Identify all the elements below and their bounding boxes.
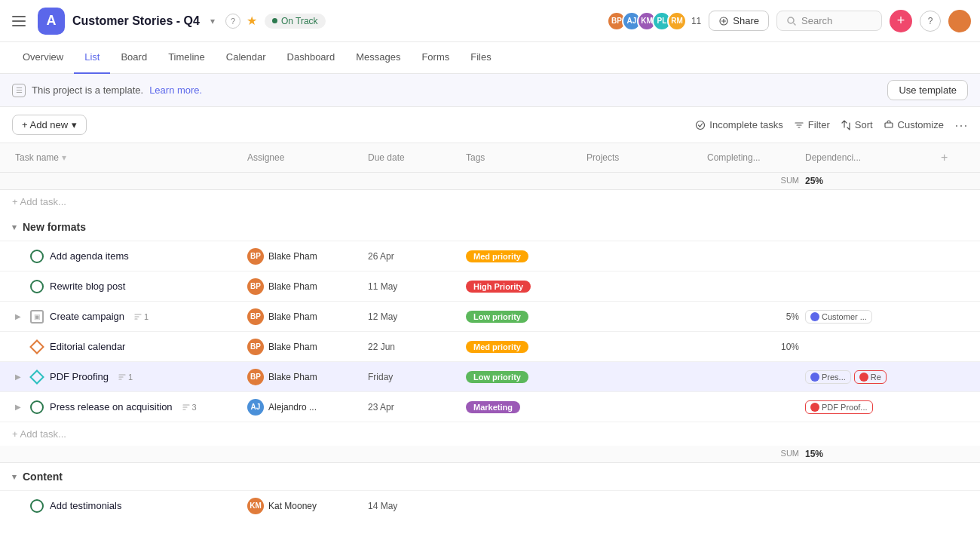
add-new-chevron-icon: ▾: [72, 119, 77, 130]
subtask-badge: 3: [182, 403, 197, 412]
task-status-icon[interactable]: [30, 250, 44, 263]
task-status-icon[interactable]: [30, 340, 44, 354]
col-dependencies: Dependenci...: [802, 148, 938, 167]
assignee-avatar: KM: [247, 498, 264, 514]
customize-label: Customize: [898, 119, 944, 130]
help-button[interactable]: ?: [920, 11, 941, 32]
task-name: Press release on acquisition: [50, 401, 173, 413]
tag-badge: High Priority: [466, 281, 531, 293]
tab-board[interactable]: Board: [110, 42, 158, 74]
expand-icon[interactable]: [12, 500, 24, 512]
col-add[interactable]: +: [938, 146, 968, 169]
use-template-button[interactable]: Use template: [887, 80, 968, 100]
tab-timeline[interactable]: Timeline: [158, 42, 216, 74]
dep-cell: PDF Proof...: [802, 400, 938, 414]
add-button[interactable]: +: [890, 10, 912, 32]
add-task-above[interactable]: + Add task...: [0, 190, 980, 213]
col-sort-icon[interactable]: ▾: [62, 152, 66, 163]
incomplete-tasks-filter[interactable]: Incomplete tasks: [695, 119, 783, 130]
expand-icon[interactable]: [12, 250, 24, 262]
tab-files[interactable]: Files: [460, 42, 501, 74]
tab-forms[interactable]: Forms: [411, 42, 460, 74]
tab-calendar[interactable]: Calendar: [216, 42, 277, 74]
more-options-button[interactable]: ⋯: [954, 117, 968, 133]
title-icons: ? ★: [225, 14, 257, 29]
dependency-badge: Customer ...: [805, 310, 872, 324]
assignee-name: Alejandro ...: [268, 402, 317, 413]
tag-badge: Low priority: [466, 311, 528, 323]
search-box[interactable]: Search: [776, 11, 882, 31]
tab-overview[interactable]: Overview: [12, 42, 74, 74]
tag-cell: High Priority: [463, 281, 583, 293]
svg-rect-2: [885, 123, 893, 127]
task-status-icon[interactable]: [30, 499, 44, 513]
banner-text: This project is a template.: [32, 84, 143, 96]
share-button[interactable]: Share: [709, 11, 769, 31]
expand-icon[interactable]: ▶: [12, 401, 24, 413]
expand-icon[interactable]: ▶: [12, 311, 24, 323]
user-avatar[interactable]: [948, 10, 971, 32]
add-task-new-formats[interactable]: + Add task...: [0, 422, 980, 446]
section-new-formats[interactable]: ▾ New formats: [0, 213, 980, 241]
tab-list[interactable]: List: [74, 42, 110, 74]
task-status-icon[interactable]: [30, 400, 44, 414]
sub-nav: Overview List Board Timeline Calendar Da…: [0, 42, 980, 74]
task-row[interactable]: ▶ ▣ Create campaign 1 BP Blake Pham 12 M…: [0, 302, 980, 332]
task-status-icon[interactable]: [30, 370, 44, 384]
star-icon[interactable]: ★: [247, 14, 257, 28]
subtask-badge: 1: [133, 312, 149, 321]
task-row[interactable]: ▶ PDF Proofing 1 BP Blake Pham Friday Lo…: [0, 362, 980, 392]
add-new-label: + Add new: [22, 119, 68, 130]
on-track-label: On Track: [281, 16, 318, 26]
app-icon: A: [38, 8, 65, 35]
help-circle-icon[interactable]: ?: [225, 14, 240, 29]
customize-button[interactable]: Customize: [884, 119, 944, 130]
tab-dashboard[interactable]: Dashboard: [277, 42, 346, 74]
top-bar: A Customer Stories - Q4 ▾ ? ★ On Track B…: [0, 0, 980, 42]
task-status-icon[interactable]: [30, 280, 44, 293]
section-content[interactable]: ▾ Content: [0, 463, 980, 491]
task-status-icon[interactable]: ▣: [30, 310, 44, 324]
assignee-avatar: AJ: [247, 399, 264, 416]
menu-icon[interactable]: [9, 11, 30, 32]
on-track-dot: [272, 18, 277, 23]
tag-cell: Marketing: [463, 401, 583, 413]
svg-point-1: [697, 121, 705, 129]
assignee-avatar: BP: [247, 369, 264, 385]
assignee-name: Kat Mooney: [268, 501, 317, 511]
tag-cell: Med priority: [463, 341, 583, 353]
sum-label: SUM: [704, 449, 802, 459]
task-row[interactable]: ▶ Press release on acquisition 3 AJ Alej…: [0, 392, 980, 422]
task-name-cell: Add agenda items: [12, 245, 244, 268]
expand-icon[interactable]: [12, 281, 24, 293]
dep-cell: Pres... Re: [802, 370, 938, 384]
task-row[interactable]: Add testimonials KM Kat Mooney 14 May: [0, 491, 980, 519]
add-new-button[interactable]: + Add new ▾: [12, 115, 87, 135]
expand-icon[interactable]: [12, 341, 24, 353]
due-date: 23 Apr: [365, 402, 463, 413]
dependency-badge: PDF Proof...: [805, 400, 873, 414]
task-row[interactable]: Rewrite blog post BP Blake Pham 11 May H…: [0, 271, 980, 302]
assignee-name: Blake Pham: [268, 281, 317, 292]
task-row[interactable]: Add agenda items BP Blake Pham 26 Apr Me…: [0, 241, 980, 271]
section-title-content: Content: [23, 471, 63, 483]
task-name-cell: ▶ PDF Proofing 1: [12, 366, 244, 388]
assignee-avatar: BP: [247, 308, 264, 325]
task-name-cell: ▶ Press release on acquisition 3: [12, 396, 244, 419]
col-tags: Tags: [463, 148, 583, 167]
tab-messages[interactable]: Messages: [345, 42, 411, 74]
task-row[interactable]: Editorial calendar BP Blake Pham 22 Jun …: [0, 332, 980, 362]
svg-point-0: [788, 17, 794, 23]
title-chevron-icon[interactable]: ▾: [210, 16, 215, 26]
dep-icon: [810, 403, 819, 412]
learn-more-link[interactable]: Learn more.: [149, 84, 202, 96]
tag-cell: Med priority: [463, 250, 583, 262]
expand-icon[interactable]: ▶: [12, 371, 24, 383]
filter-button[interactable]: Filter: [794, 119, 830, 130]
dep-icon: [859, 373, 868, 382]
sort-button[interactable]: Sort: [841, 119, 873, 130]
assignee-cell: BP Blake Pham: [244, 278, 365, 295]
table-container: Task name ▾ Assignee Due date Tags Proje…: [0, 143, 980, 519]
due-date: 14 May: [365, 501, 463, 511]
top-bar-right: BP AJ KM PL RM 11 Share Search + ?: [607, 10, 971, 32]
